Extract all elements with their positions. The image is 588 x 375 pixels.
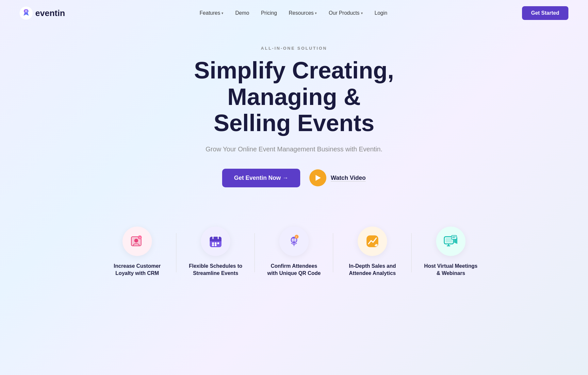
hero-subtitle: Grow Your Online Event Management Busine… — [13, 145, 575, 153]
svg-point-10 — [212, 242, 214, 244]
svg-rect-9 — [210, 239, 221, 241]
feature-crm: + Increase CustomerLoyalty with CRM — [98, 227, 176, 277]
feature-analytics: In-Depth Sales andAttendee Analytics — [333, 227, 412, 277]
hero-eyebrow: ALL-IN-ONE SOLUTION — [13, 46, 575, 51]
navbar: eventin Features ▾ Demo Pricing Resource… — [0, 0, 588, 26]
qr-icon: ! — [287, 234, 301, 248]
qr-icon-wrap: ! — [279, 227, 309, 256]
nav-item-resources[interactable]: Resources ▾ — [289, 10, 317, 16]
logo[interactable]: eventin — [20, 7, 65, 20]
chevron-down-icon: ▾ — [361, 11, 363, 15]
svg-point-12 — [217, 242, 219, 244]
svg-point-13 — [212, 244, 214, 246]
svg-point-1 — [25, 10, 27, 12]
svg-rect-29 — [451, 235, 457, 239]
feature-qr: ! Confirm Attendeeswith Unique QR Code — [255, 227, 333, 277]
svg-rect-26 — [446, 238, 452, 243]
feature-schedule: Flexible Schedules toStreamline Events — [176, 227, 255, 277]
svg-point-24 — [375, 244, 378, 247]
svg-point-19 — [293, 239, 295, 241]
nav-item-pricing[interactable]: Pricing — [261, 10, 277, 16]
virtual-label: Host Virtual Meetings& Webinars — [424, 263, 477, 277]
nav-item-demo[interactable]: Demo — [235, 10, 249, 16]
analytics-icon-wrap — [358, 227, 387, 256]
chevron-down-icon: ▾ — [221, 11, 223, 15]
svg-text:!: ! — [296, 235, 297, 239]
nav-item-login[interactable]: Login — [375, 10, 387, 16]
chevron-down-icon: ▾ — [315, 11, 317, 15]
play-icon — [309, 169, 326, 186]
analytics-label: In-Depth Sales andAttendee Analytics — [349, 263, 396, 277]
crm-icon: + — [130, 234, 144, 248]
nav-item-products[interactable]: Our Products ▾ — [329, 10, 363, 16]
feature-virtual: Host Virtual Meetings& Webinars — [412, 227, 490, 277]
analytics-icon — [365, 234, 380, 248]
hero-video-cta[interactable]: Watch Video — [309, 169, 366, 186]
calendar-icon — [208, 234, 223, 248]
hero-section: ALL-IN-ONE SOLUTION Simplify Creating, M… — [0, 26, 588, 227]
svg-point-14 — [215, 244, 217, 246]
crm-icon-wrap: + — [122, 227, 152, 256]
svg-point-4 — [134, 239, 138, 243]
nav-cta-button[interactable]: Get Started — [522, 6, 568, 20]
schedule-icon-wrap — [201, 227, 230, 256]
logo-icon — [20, 7, 33, 20]
crm-label: Increase CustomerLoyalty with CRM — [114, 263, 161, 277]
hero-primary-cta[interactable]: Get Eventin Now → — [222, 169, 300, 187]
svg-point-11 — [215, 242, 217, 244]
virtual-icon-wrap — [436, 227, 466, 256]
schedule-label: Flexible Schedules toStreamline Events — [189, 263, 242, 277]
virtual-icon — [444, 234, 458, 248]
hero-buttons: Get Eventin Now → Watch Video — [13, 169, 575, 187]
video-label: Watch Video — [331, 175, 366, 181]
svg-text:+: + — [139, 236, 141, 239]
qr-label: Confirm Attendeeswith Unique QR Code — [267, 263, 321, 277]
nav-links: Features ▾ Demo Pricing Resources ▾ Our … — [200, 10, 387, 16]
nav-item-features[interactable]: Features ▾ — [200, 10, 223, 16]
logo-text: eventin — [35, 8, 65, 18]
hero-title: Simplify Creating, Managing & Selling Ev… — [154, 57, 434, 136]
features-strip: + Increase CustomerLoyalty with CRM Flex… — [0, 227, 588, 277]
